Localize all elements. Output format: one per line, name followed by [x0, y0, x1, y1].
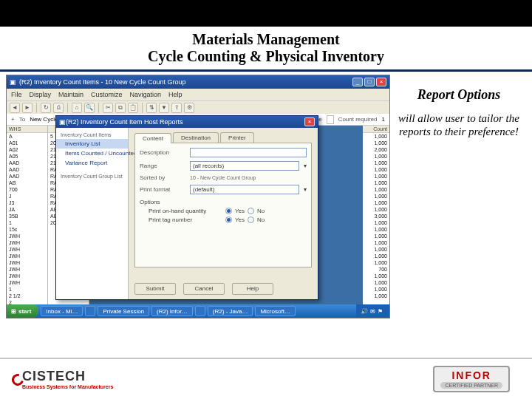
list-row-count[interactable]: 1,000 [363, 206, 389, 213]
list-row-whs[interactable]: A05 [7, 153, 47, 160]
modal-side-item-variance[interactable]: Variance Report [56, 158, 128, 168]
list-row-whs[interactable]: JWH [7, 266, 47, 273]
list-row-count[interactable]: 1,000 [363, 153, 389, 160]
list-row-whs[interactable]: 1 [7, 286, 47, 293]
range-select[interactable]: (all records) [190, 161, 299, 171]
submit-button[interactable]: Submit [134, 283, 176, 295]
list-row-whs[interactable]: 700 [7, 186, 47, 193]
system-tray[interactable]: 🔊 ✉ ⚑ [356, 304, 389, 318]
list-row-count[interactable]: 1,000 [363, 166, 389, 173]
list-row-whs[interactable]: JWH [7, 253, 47, 259]
list-row-count[interactable]: 1,000 [363, 246, 389, 253]
tool-nav-fwd-icon[interactable]: ► [22, 103, 33, 113]
list-row-whs[interactable]: A [7, 133, 47, 140]
tray-icon[interactable]: ⚑ [378, 308, 383, 315]
maximize-button[interactable]: □ [364, 78, 375, 86]
tool-cut-icon[interactable]: ✂ [103, 103, 113, 113]
list-row-whs[interactable]: JWH [7, 233, 47, 239]
tab-content[interactable]: Content [134, 133, 171, 143]
tool-export-icon[interactable]: ⇪ [171, 103, 182, 113]
list-row-whs[interactable]: 2 [7, 299, 47, 304]
list-header-count[interactable]: Count [363, 126, 389, 133]
tool-settings-icon[interactable]: ⚙ [184, 103, 194, 113]
list-row-whs[interactable]: JA [7, 206, 47, 213]
modal-side-item-counted[interactable]: Items Counted / Uncounted [56, 149, 128, 158]
menu-display[interactable]: Display [30, 91, 52, 98]
list-row-whs[interactable]: AB [7, 180, 47, 186]
menu-file[interactable]: File [11, 91, 22, 98]
app-titlebar[interactable]: ▣ (R2) Inventory Count Items - 10 New Cy… [7, 75, 389, 89]
modal-side-item-inventory-list[interactable]: Inventory List [56, 139, 128, 149]
task-item[interactable]: Private Session [98, 306, 149, 316]
modal-close-button[interactable]: × [304, 117, 315, 126]
list-row-count[interactable]: 700 [363, 266, 389, 273]
list-row-count[interactable]: 1,000 [363, 233, 389, 239]
list-row-whs[interactable]: AAD [7, 160, 47, 166]
tray-icon[interactable]: 🔊 [361, 308, 368, 315]
opt-tag-no-radio[interactable] [248, 216, 254, 223]
list-row-whs[interactable]: JWH [7, 273, 47, 279]
task-item[interactable] [85, 306, 95, 316]
task-item[interactable]: Inbox - Mi… [41, 306, 83, 316]
tool-nav-back-icon[interactable]: ◄ [10, 103, 20, 113]
list-row-count[interactable]: 1,000 [363, 286, 389, 293]
list-row-whs[interactable]: A02 [7, 146, 47, 153]
list-row-whs[interactable]: JWH [7, 259, 47, 266]
list-row-count[interactable]: 1,000 [363, 140, 389, 146]
list-row-count[interactable]: 1,000 [363, 186, 389, 193]
printfmt-select[interactable]: (default) [190, 185, 299, 194]
subhdr-seq-field[interactable] [327, 115, 334, 124]
tool-sort-icon[interactable]: ⇅ [146, 103, 157, 113]
tool-refresh-icon[interactable]: ↻ [41, 103, 51, 113]
list-row-count[interactable]: 2,000 [363, 146, 389, 153]
list-row-whs[interactable]: AAD [7, 173, 47, 180]
desc-input[interactable] [190, 148, 307, 157]
range-picker-icon[interactable]: ▾ [304, 163, 307, 169]
tool-search-icon[interactable]: 🔍 [84, 103, 95, 113]
list-row-count[interactable]: 3,000 [363, 213, 389, 219]
list-row-count[interactable]: 1,000 [363, 160, 389, 166]
list-row-count[interactable]: 1,000 [363, 219, 389, 226]
list-row-count[interactable]: 1,000 [363, 273, 389, 279]
list-row-count[interactable]: 1,000 [363, 259, 389, 266]
list-row-whs[interactable]: J [7, 193, 47, 200]
opt-onhand-no-radio[interactable] [248, 208, 254, 214]
list-row-count[interactable]: 1,000 [363, 133, 389, 140]
list-row-whs[interactable]: JWH [7, 279, 47, 286]
menu-help[interactable]: Help [168, 91, 183, 98]
list-row-count[interactable]: 1,000 [363, 279, 389, 286]
list-row-whs[interactable]: J3 [7, 200, 47, 206]
list-row-whs[interactable]: A01 [7, 140, 47, 146]
list-row-count[interactable]: 1,000 [363, 253, 389, 259]
printfmt-picker-icon[interactable]: ▾ [304, 186, 307, 193]
opt-onhand-yes-radio[interactable] [225, 208, 232, 214]
task-item[interactable]: (R2) - Java… [208, 306, 253, 316]
task-item[interactable]: Microsoft… [255, 306, 295, 316]
start-button[interactable]: ⊞ start [7, 304, 38, 318]
help-button[interactable]: Help [232, 283, 273, 295]
list-row-whs[interactable]: 1 [7, 219, 47, 226]
modal-titlebar[interactable]: ▣ (R2) Inventory Count Item Host Reports… [56, 116, 318, 128]
tab-destination[interactable]: Destination [173, 132, 219, 143]
minimize-button[interactable]: _ [352, 78, 363, 86]
tab-printer[interactable]: Printer [220, 132, 254, 143]
list-row-count[interactable]: 1,000 [363, 293, 389, 299]
list-header-whs[interactable]: WHS [7, 126, 47, 133]
menu-navigation[interactable]: Navigation [130, 91, 162, 98]
menu-maintain[interactable]: Maintain [58, 91, 83, 98]
close-button[interactable]: × [376, 78, 386, 86]
menu-customize[interactable]: Customize [91, 91, 123, 98]
tool-filter-icon[interactable]: ▼ [159, 103, 169, 113]
tool-print-icon[interactable]: ⎙ [53, 103, 64, 113]
list-row-whs[interactable]: AAD [7, 166, 47, 173]
tool-paste-icon[interactable]: 📋 [128, 103, 138, 113]
tool-home-icon[interactable]: ⌂ [72, 103, 82, 113]
task-item[interactable]: (R2) Infor… [151, 306, 193, 316]
tree-icon[interactable]: + [11, 116, 15, 123]
cancel-button[interactable]: Cancel [183, 283, 225, 295]
tool-copy-icon[interactable]: ⧉ [115, 103, 126, 113]
task-item[interactable] [195, 306, 205, 316]
opt-tag-yes-radio[interactable] [225, 216, 232, 223]
list-row-whs[interactable]: 35B [7, 213, 47, 219]
list-row-whs[interactable]: 15c [7, 226, 47, 233]
